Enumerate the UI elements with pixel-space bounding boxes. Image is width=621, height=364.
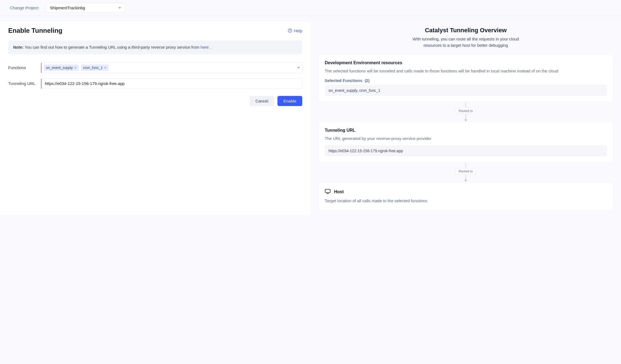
- function-chips: on_event_supply × cron_func_1 ×: [44, 64, 109, 71]
- svg-rect-2: [325, 189, 330, 193]
- right-panel: Catalyst Tunneling Overview With tunneli…: [316, 21, 621, 215]
- button-row: Cancel Enable: [8, 96, 302, 106]
- arrow-down-icon: [464, 180, 467, 182]
- help-link[interactable]: Help: [288, 28, 302, 33]
- arrow-down-icon: [464, 119, 467, 121]
- dev-env-card: Development Environment resources The se…: [319, 55, 613, 101]
- functions-label: Functions: [8, 65, 41, 70]
- function-chip: cron_func_1 ×: [81, 64, 109, 71]
- help-label: Help: [294, 28, 302, 33]
- host-row: Host: [325, 188, 607, 195]
- chip-remove-icon[interactable]: ×: [104, 66, 106, 70]
- host-title: Host: [334, 189, 344, 194]
- functions-row: Functions on_event_supply × cron_func_1 …: [8, 63, 302, 73]
- connector: Routed to: [319, 162, 613, 183]
- overview-title: Catalyst Tunneling Overview: [319, 27, 613, 34]
- top-bar: Change Project: ShipmentTrackinbg: [0, 0, 621, 16]
- tunneling-url-box: https://e034-122-15-156-179.ngrok-free.a…: [325, 145, 607, 156]
- selected-functions-box: on_event_supply, cron_func_1: [325, 85, 607, 96]
- tunneling-url-input[interactable]: [41, 78, 302, 89]
- project-select-value: ShipmentTrackinbg: [50, 5, 85, 10]
- tunneling-url-label: Tunneling URL: [8, 81, 41, 86]
- project-select[interactable]: ShipmentTrackinbg: [46, 3, 125, 13]
- help-icon: [288, 28, 292, 33]
- page-title-row: Enable Tunneling Help: [8, 27, 302, 34]
- left-panel: Enable Tunneling Help Note: You can find…: [0, 21, 310, 215]
- note-here-link[interactable]: here: [201, 45, 209, 49]
- chip-label: on_event_supply: [46, 66, 73, 70]
- host-card: Host Target location of all calls made t…: [319, 183, 613, 210]
- tunneling-url-row: Tunneling URL: [8, 78, 302, 89]
- note-label: Note:: [13, 45, 24, 49]
- note-text-2: .: [210, 45, 211, 49]
- chip-label: cron_func_1: [83, 66, 103, 70]
- dotted-line-icon: [465, 163, 466, 168]
- chevron-down-icon: [297, 67, 300, 69]
- main-wrap: Enable Tunneling Help Note: You can find…: [0, 16, 621, 221]
- routed-to-pill: Routed to: [456, 108, 476, 114]
- tunneling-url-card-sub: The URL generated by your reverse-proxy …: [325, 136, 607, 142]
- cancel-button[interactable]: Cancel: [250, 96, 274, 106]
- note-text-1: You can find out how to generate a Tunne…: [25, 45, 200, 49]
- connector: Routed to: [319, 101, 613, 122]
- change-project-label: Change Project:: [10, 5, 39, 10]
- host-subtext: Target location of all calls made to the…: [325, 198, 607, 204]
- enable-button[interactable]: Enable: [277, 96, 302, 106]
- page-title: Enable Tunneling: [8, 27, 62, 34]
- dev-env-subtext: The selected functions will be tunneled …: [325, 68, 607, 74]
- chip-remove-icon[interactable]: ×: [74, 66, 77, 70]
- tunneling-url-card-title: Tunneling URL: [325, 128, 607, 133]
- overview-subtitle: With tunneling, you can route all the re…: [408, 36, 523, 48]
- monitor-icon: [325, 188, 331, 195]
- note-box: Note: You can find out how to generate a…: [8, 40, 302, 54]
- chevron-down-icon: [118, 7, 121, 9]
- selected-functions-label: Selected Functions (2): [325, 78, 607, 83]
- svg-point-1: [290, 31, 290, 32]
- functions-multiselect[interactable]: on_event_supply × cron_func_1 ×: [41, 63, 302, 73]
- dotted-line-icon: [465, 115, 466, 119]
- dotted-line-icon: [465, 102, 466, 107]
- routed-to-pill: Routed to: [456, 168, 476, 174]
- dotted-line-icon: [465, 175, 466, 180]
- tunneling-url-card: Tunneling URL The URL generated by your …: [319, 122, 613, 162]
- dev-env-title: Development Environment resources: [325, 60, 607, 65]
- function-chip: on_event_supply ×: [44, 64, 79, 71]
